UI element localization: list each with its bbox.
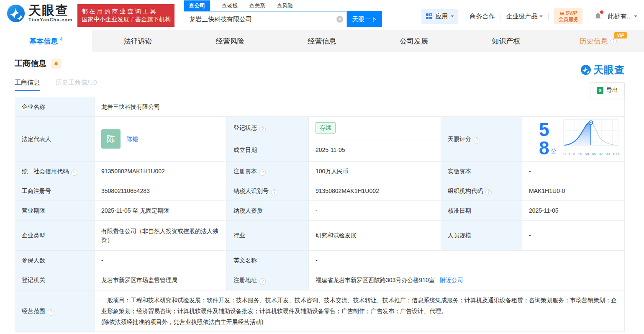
tianyan-score: 58 分: [529, 119, 618, 159]
chevron-down-icon: [634, 15, 637, 19]
sub-tabs: 工商信息 历史工商信息0: [15, 77, 625, 91]
tianyancha-logo-icon: [6, 4, 26, 23]
score-axis: 01 315 5085 9799 100: [563, 150, 618, 159]
legal-rep-avatar[interactable]: 陈: [101, 129, 121, 149]
search-tab-company[interactable]: 查公司: [184, 0, 210, 11]
alert-bell-icon: [53, 61, 59, 67]
help-icon[interactable]: ?: [271, 189, 277, 195]
legal-rep-link[interactable]: 陈锟: [126, 135, 138, 144]
table-row: 营业期限 2025-11-05 至 无固定期限 纳税人资质 - 核准日期 202…: [15, 201, 625, 221]
vip-badge: VIP: [614, 32, 627, 39]
english-name-value: -: [309, 251, 625, 270]
table-row: 参保人数 - 英文名称 -: [15, 251, 625, 270]
divider: [588, 13, 588, 20]
tianyancha-logo[interactable]: 天眼查 TianYanCha.com: [6, 4, 72, 30]
main-tabbar: 基本信息 4 法律诉讼 经营风险 经营信息 公司发展 知识产权 VIP 历史信息…: [0, 30, 644, 52]
industry-value: 研究和试验发展: [309, 221, 441, 251]
score-value: 58: [539, 121, 549, 157]
company-type-label: 企业类型: [15, 221, 95, 251]
reg-number-label: 工商注册号: [15, 181, 95, 201]
insured-value: -: [95, 251, 227, 270]
apps-menu[interactable]: 应用: [421, 9, 458, 24]
tab-operating-risk[interactable]: 经营风险: [184, 30, 276, 52]
business-info-table: 企业名称 龙岩三快科技有限公司 法定代表人 陈 陈锟 登记状态? 存续 天眼评分…: [15, 97, 625, 332]
help-icon[interactable]: ?: [259, 170, 266, 176]
apps-label: 应用: [435, 13, 448, 21]
score-chart: 01 315 5085 9799 100: [563, 119, 618, 159]
help-icon[interactable]: ?: [474, 137, 480, 144]
english-name-label: 英文名称: [227, 251, 309, 270]
nav-more[interactable]: 此处有...: [608, 13, 637, 21]
org-code-value: MAK1H1U0-0: [522, 181, 625, 201]
help-icon[interactable]: ?: [48, 309, 54, 316]
svip-badge[interactable]: SVIP 会员服务: [554, 8, 582, 24]
export-button[interactable]: X 导出: [590, 82, 625, 98]
subtab-history-business-info[interactable]: 历史工商信息0: [56, 79, 97, 91]
help-icon[interactable]: ?: [259, 126, 266, 132]
approval-date-label: 核准日期: [441, 201, 522, 221]
taxpayer-id-value: 91350802MAK1H1U002: [309, 181, 441, 201]
tab-count: 4: [60, 36, 63, 42]
watermark-logo: 天眼查: [580, 63, 625, 77]
company-type-value: 有限责任公司（非自然人投资或控股的法人独资）: [95, 221, 227, 251]
search-tab-boss[interactable]: 查老板: [221, 2, 238, 10]
search-tab-risk[interactable]: 查风险: [277, 2, 293, 10]
divider: [500, 13, 500, 20]
paid-capital-value: -: [522, 162, 625, 181]
taxpayer-id-label: 纳税人识别号?: [227, 181, 309, 201]
section-title: 工商信息: [15, 58, 46, 69]
table-row: 企业类型 有限责任公司（非自然人投资或控股的法人独资） 行业 研究和试验发展 人…: [15, 221, 625, 251]
tab-history-info[interactable]: VIP 历史信息 ?: [552, 30, 644, 52]
brand-slogan: 都在用的商业查询工具 国家中小企业发展子基金旗下机构: [77, 4, 174, 27]
org-code-label: 组织机构代码?: [441, 181, 522, 201]
notification-bell[interactable]: [594, 12, 602, 21]
search-tab-relation[interactable]: 查关系: [249, 2, 265, 10]
help-icon[interactable]: ?: [611, 38, 617, 44]
slogan-line1: 都在用的商业查询工具: [82, 8, 170, 15]
subtab-business-info[interactable]: 工商信息: [15, 79, 40, 91]
business-scope-label: 经营范围?: [15, 290, 95, 332]
nearby-companies-link[interactable]: 附近公司: [440, 276, 463, 285]
credit-code-label: 统一社会信用代码?: [15, 162, 95, 181]
tab-label: 基本信息: [29, 36, 58, 46]
tab-legal[interactable]: 法律诉讼: [92, 30, 184, 52]
tab-basic-info[interactable]: 基本信息 4: [0, 30, 92, 52]
help-icon[interactable]: ?: [485, 189, 492, 195]
logo-domain: TianYanCha.com: [28, 17, 72, 22]
top-header: 天眼查 TianYanCha.com 都在用的商业查询工具 国家中小企业发展子基…: [0, 0, 644, 30]
chevron-down-icon: [451, 15, 454, 19]
tab-label: 历史信息: [580, 36, 608, 46]
reg-status-label: 登记状态?: [227, 117, 309, 139]
more-label: 此处有...: [608, 13, 632, 21]
nav-cooperation[interactable]: 商务合作: [470, 13, 495, 21]
slogan-line2: 国家中小企业发展子基金旗下机构: [82, 15, 170, 23]
excel-icon: X: [597, 87, 603, 94]
help-icon[interactable]: ?: [259, 278, 266, 285]
apps-grid-icon: [426, 13, 432, 20]
establish-date-value: 2025-11-05: [309, 139, 441, 162]
notification-dot: [600, 10, 603, 14]
tab-operating-info[interactable]: 经营信息: [276, 30, 368, 52]
monitor-bell-button[interactable]: [51, 59, 62, 69]
company-name-label: 企业名称: [15, 97, 95, 117]
reg-capital-label: 注册资本?: [227, 162, 309, 181]
score-label: 天眼评分?: [441, 117, 522, 162]
search-input[interactable]: [184, 11, 347, 27]
table-row: 法定代表人 陈 陈锟 登记状态? 存续 天眼评分? 58 分: [15, 117, 625, 139]
nav-enterprise[interactable]: 企业级产品: [506, 13, 543, 21]
help-icon[interactable]: ?: [71, 170, 77, 176]
reg-authority-value: 龙岩市新罗区市场监督管理局: [95, 270, 227, 290]
staff-size-label: 人员规模: [441, 221, 522, 251]
search-button[interactable]: 天眼一下: [347, 11, 382, 27]
reg-number-value: 350802110654283: [95, 181, 227, 201]
business-info-section: 工商信息 天眼查 工商信息 历史工商信息0 X 导出 企业名称 龙岩三快科技有限…: [0, 58, 644, 332]
search-tabs: 查公司 查老板 查关系 查风险: [184, 0, 382, 11]
table-row: 登记机关 龙岩市新罗区市场监督管理局 注册地址? 福建省龙岩市新罗区西陂路303…: [15, 270, 625, 290]
table-row: 统一社会信用代码? 91350802MAK1H1U002 注册资本? 100万人…: [15, 162, 625, 181]
staff-size-value: -: [522, 221, 625, 251]
tab-intellectual-property[interactable]: 知识产权: [460, 30, 552, 52]
tab-company-development[interactable]: 公司发展: [368, 30, 460, 52]
svg-text:X: X: [598, 88, 602, 93]
crown-icon: [560, 11, 564, 15]
header-right-nav: 应用 商务合作 企业级产品 SVIP 会员服务 此处有...: [421, 8, 637, 24]
